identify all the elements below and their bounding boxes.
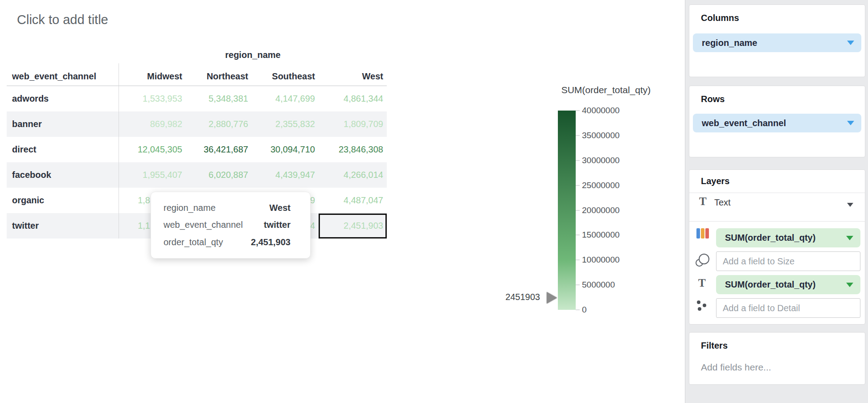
- color-palette-icon: [696, 228, 709, 239]
- rows-heading: Rows: [701, 94, 725, 104]
- columns-field-label: region_name: [693, 38, 847, 48]
- tooltip-label: web_event_channel: [164, 220, 243, 230]
- legend-tick-label: 30000000: [582, 156, 620, 165]
- detail-field-input[interactable]: [716, 298, 860, 318]
- rows-card: Rows web_event_channel: [689, 86, 865, 157]
- pivot-cell[interactable]: 4,147,699: [252, 86, 319, 111]
- legend-gradient-bar: [558, 111, 576, 310]
- pivot-cell[interactable]: 4,266,014: [319, 162, 387, 188]
- pivot-cell[interactable]: 1,955,407: [119, 162, 186, 188]
- legend-tick-mark: [576, 234, 580, 235]
- pivot-cell[interactable]: 12,045,305: [119, 137, 186, 162]
- table-row: direct12,045,30536,421,68730,094,71023,8…: [7, 137, 387, 162]
- divider: [689, 221, 865, 222]
- text-field-label: SUM(order_total_qty): [716, 280, 846, 290]
- table-row: banner869,9822,880,7762,355,8321,809,709: [7, 111, 387, 137]
- pivot-row-label: banner: [7, 111, 119, 137]
- column-header: Southeast: [252, 63, 319, 86]
- tooltip: region_name West web_event_channel twitt…: [151, 192, 311, 259]
- pivot-cell[interactable]: 2,355,832: [252, 111, 319, 137]
- pivot-cell[interactable]: 30,094,710: [252, 137, 319, 162]
- legend-tick-mark: [576, 135, 580, 136]
- pivot-row-label: adwords: [7, 86, 119, 111]
- legend-tick-mark: [576, 259, 580, 260]
- legend-title: SUM(order_total_qty): [517, 85, 695, 95]
- color-field-pill[interactable]: SUM(order_total_qty): [716, 228, 860, 247]
- column-header: Northeast: [186, 63, 252, 86]
- chart-title-placeholder[interactable]: Click to add title: [17, 12, 108, 27]
- filters-card: Filters Add fields here...: [689, 332, 865, 385]
- columns-heading: Columns: [701, 13, 739, 23]
- pivot-cell[interactable]: 4,439,947: [252, 162, 319, 188]
- pivot-cell[interactable]: 869,982: [119, 111, 186, 137]
- legend-tick-mark: [576, 160, 580, 161]
- pivot-cell[interactable]: 4,861,344: [319, 86, 387, 111]
- chevron-down-icon[interactable]: [847, 121, 854, 125]
- legend-tick-label: 15000000: [582, 230, 620, 240]
- filters-heading: Filters: [701, 341, 728, 351]
- chevron-down-icon[interactable]: [847, 41, 854, 45]
- table-row: adwords1,533,9535,348,3814,147,6994,861,…: [7, 86, 387, 111]
- column-header: Midwest: [119, 63, 186, 86]
- legend-tick-label: 35000000: [582, 131, 620, 140]
- legend-pointer-icon: [547, 292, 557, 304]
- column-group-header: region_name: [119, 48, 387, 63]
- size-bubbles-icon: [696, 254, 711, 268]
- layers-heading: Layers: [701, 176, 730, 186]
- text-field-pill[interactable]: SUM(order_total_qty): [716, 275, 860, 294]
- size-field-input[interactable]: [716, 251, 860, 271]
- pivot-header-row: web_event_channel Midwest Northeast Sout…: [7, 63, 387, 86]
- legend-tick-label: 20000000: [582, 206, 620, 215]
- detail-dots-icon: [696, 300, 707, 311]
- pivot-cell[interactable]: 23,846,308: [319, 137, 387, 162]
- pivot-cell[interactable]: 36,421,687: [186, 137, 252, 162]
- chevron-down-icon[interactable]: [846, 236, 853, 240]
- legend-tick-label: 5000000: [582, 280, 615, 290]
- filters-drop-zone[interactable]: Add fields here...: [701, 362, 771, 373]
- columns-card: Columns region_name: [689, 4, 865, 77]
- pivot-cell[interactable]: 1,533,953: [119, 86, 186, 111]
- rows-field-pill[interactable]: web_event_channel: [693, 114, 861, 132]
- text-layer-icon: T: [699, 195, 707, 208]
- rows-field-label: web_event_channel: [693, 118, 847, 128]
- pivot-row-label: facebook: [7, 162, 119, 188]
- table-row: facebook1,955,4076,020,8874,439,9474,266…: [7, 162, 387, 188]
- canvas: Click to add title region_name web_event…: [0, 0, 868, 403]
- legend-tick-mark: [576, 110, 580, 111]
- divider: [689, 193, 865, 193]
- pivot-cell[interactable]: 1,809,709: [319, 111, 387, 137]
- legend-tick-mark: [576, 309, 580, 310]
- pivot-cell[interactable]: 4,487,047: [319, 188, 387, 213]
- columns-field-pill[interactable]: region_name: [693, 33, 861, 52]
- legend-tick-mark: [576, 210, 580, 211]
- pivot-row-label: twitter: [7, 213, 119, 239]
- tooltip-value: West: [270, 203, 291, 213]
- pivot-cell[interactable]: 2,880,776: [186, 111, 252, 137]
- pivot-cell[interactable]: 5,348,381: [186, 86, 252, 111]
- legend-tick-label: 10000000: [582, 255, 620, 265]
- legend-tick-label: 0: [582, 305, 587, 315]
- tooltip-row: order_total_qty 2,451,903: [164, 237, 291, 247]
- legend-pointer-value: 2451903: [463, 292, 540, 302]
- pivot-cell[interactable]: 2,451,903: [319, 213, 387, 239]
- pivot-row-label: direct: [7, 137, 119, 162]
- color-field-label: SUM(order_total_qty): [716, 233, 846, 243]
- tooltip-value: 2,451,903: [251, 237, 291, 247]
- tooltip-row: web_event_channel twitter: [164, 220, 291, 230]
- layer-type-label[interactable]: Text: [714, 197, 731, 208]
- tooltip-label: order_total_qty: [164, 237, 223, 247]
- text-field-icon: T: [698, 277, 706, 289]
- tooltip-label: region_name: [164, 203, 216, 213]
- layers-card: Layers T Text SUM(order_total_qty) T SUM…: [689, 169, 865, 325]
- legend-tick-mark: [576, 185, 580, 186]
- tooltip-value: twitter: [264, 220, 291, 230]
- chevron-down-icon[interactable]: [846, 283, 853, 287]
- legend-tick-label: 25000000: [582, 181, 620, 190]
- pivot-cell[interactable]: 6,020,887: [186, 162, 252, 188]
- tooltip-row: region_name West: [164, 203, 291, 213]
- column-header: West: [319, 63, 387, 86]
- chevron-down-icon[interactable]: [847, 203, 853, 207]
- legend-tick-label: 40000000: [582, 106, 620, 115]
- legend-tick-mark: [576, 284, 580, 285]
- pivot-row-label: organic: [7, 188, 119, 213]
